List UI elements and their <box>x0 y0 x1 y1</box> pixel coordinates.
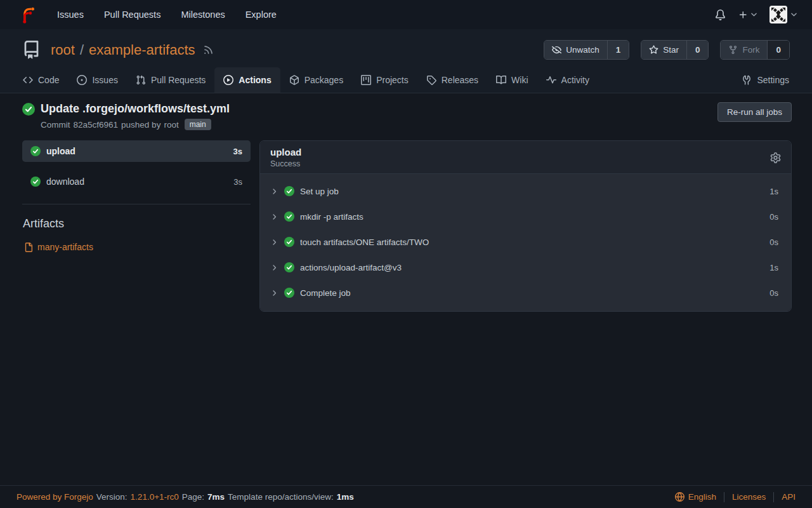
artifact-link-many-artifacts[interactable]: many-artifacts <box>23 242 251 252</box>
repo-owner-link[interactable]: root <box>51 42 75 58</box>
commit-sha-link[interactable]: 82a5cf6961 <box>74 120 119 130</box>
job-panel-header: upload Success <box>260 141 791 174</box>
run-commit-meta: Commit 82a5cf6961 pushed by root main <box>41 119 230 130</box>
tab-code-label: Code <box>38 75 59 85</box>
repo-name-link[interactable]: example-artifacts <box>89 42 195 58</box>
package-icon <box>289 75 299 85</box>
pushed-by-text: pushed by <box>121 120 160 130</box>
language-selector[interactable]: English <box>675 492 716 502</box>
commit-author-link[interactable]: root <box>164 120 178 130</box>
stars-count[interactable]: 0 <box>686 41 709 59</box>
artifact-name: many-artifacts <box>37 242 93 252</box>
tab-releases[interactable]: Releases <box>417 67 487 93</box>
tab-code[interactable]: Code <box>14 67 68 93</box>
step-row-mkdir[interactable]: mkdir -p artifacts 0s <box>260 204 791 229</box>
step-row-upload-artifact-action[interactable]: actions/upload-artifact@v3 1s <box>260 255 791 280</box>
tab-settings-label: Settings <box>757 75 789 85</box>
tab-wiki-label: Wiki <box>511 75 528 85</box>
tab-activity[interactable]: Activity <box>537 67 598 93</box>
tools-icon <box>742 75 752 85</box>
step-duration: 0s <box>769 237 778 247</box>
step-name: touch artifacts/ONE artifacts/TWO <box>300 237 764 247</box>
tab-wiki[interactable]: Wiki <box>487 67 537 93</box>
fork-icon <box>728 45 738 55</box>
step-name: Complete job <box>300 288 764 298</box>
run-title: Update .forgejo/workflows/test.yml <box>41 102 230 116</box>
success-check-icon <box>284 288 294 298</box>
forgejo-logo-icon <box>18 5 37 24</box>
tab-issues[interactable]: Issues <box>68 67 126 93</box>
version-link[interactable]: 1.21.0+1-rc0 <box>131 492 179 502</box>
bell-icon <box>715 10 726 20</box>
repo-header: root / example-artifacts Unwatch 1 Star … <box>0 29 812 93</box>
language-label: English <box>688 492 716 502</box>
fork-button[interactable]: Fork <box>721 41 767 59</box>
step-row-complete-job[interactable]: Complete job 0s <box>260 280 791 305</box>
powered-by-link[interactable]: Powered by Forgejo <box>16 492 93 502</box>
template-time-label: Template repo/actions/view: <box>228 492 334 502</box>
user-menu-dropdown[interactable] <box>769 6 797 23</box>
success-check-icon <box>284 211 294 222</box>
forks-count[interactable]: 0 <box>767 41 789 59</box>
licenses-link[interactable]: Licenses <box>732 492 766 502</box>
job-name: download <box>46 177 228 187</box>
tab-pull-requests[interactable]: Pull Requests <box>127 67 214 93</box>
play-circle-icon <box>223 75 233 85</box>
sidebar-divider <box>22 204 251 204</box>
chevron-right-icon <box>270 264 278 272</box>
jobs-sidebar: upload 3s download 3s Artifacts many-art… <box>22 140 251 312</box>
branch-badge[interactable]: main <box>185 119 211 130</box>
repo-tab-bar: Code Issues Pull Requests Actions Packag… <box>0 67 812 93</box>
project-icon <box>361 75 371 85</box>
tab-releases-label: Releases <box>442 75 478 85</box>
unwatch-label: Unwatch <box>566 45 599 55</box>
job-settings-button[interactable] <box>770 152 781 163</box>
nav-explore[interactable]: Explore <box>235 0 287 29</box>
rss-feed-button[interactable] <box>203 44 214 55</box>
chevron-right-icon <box>270 213 278 221</box>
nav-pull-requests[interactable]: Pull Requests <box>94 0 171 29</box>
tab-projects[interactable]: Projects <box>352 67 417 93</box>
rerun-all-jobs-button[interactable]: Re-run all jobs <box>717 102 792 122</box>
tab-packages-label: Packages <box>304 75 343 85</box>
step-duration: 1s <box>769 263 778 272</box>
success-check-icon <box>30 177 41 187</box>
success-check-icon <box>30 146 41 156</box>
footer-divider <box>773 492 774 502</box>
avatar <box>769 6 787 23</box>
job-row-upload[interactable]: upload 3s <box>22 140 251 162</box>
breadcrumb-separator: / <box>80 42 84 58</box>
chevron-down-icon <box>791 13 797 17</box>
tab-issues-label: Issues <box>92 75 117 85</box>
step-duration: 0s <box>769 288 778 298</box>
tab-packages[interactable]: Packages <box>280 67 352 93</box>
tab-actions[interactable]: Actions <box>214 67 280 93</box>
star-button[interactable]: Star <box>641 41 686 59</box>
notifications-button[interactable] <box>715 10 726 20</box>
nav-milestones[interactable]: Milestones <box>171 0 235 29</box>
watchers-count[interactable]: 1 <box>607 41 629 59</box>
star-icon <box>649 45 658 55</box>
footer-divider <box>724 492 724 502</box>
step-row-set-up-job[interactable]: Set up job 1s <box>260 178 791 204</box>
job-row-download[interactable]: download 3s <box>22 171 251 192</box>
eye-closed-icon <box>552 45 561 55</box>
create-new-dropdown[interactable] <box>738 10 757 20</box>
version-label: Version: <box>96 492 128 502</box>
template-time-value: 1ms <box>337 492 354 502</box>
tab-settings[interactable]: Settings <box>733 67 798 93</box>
chevron-right-icon <box>270 238 278 246</box>
unwatch-button[interactable]: Unwatch <box>544 41 607 59</box>
step-name: mkdir -p artifacts <box>300 212 764 222</box>
top-navbar: Issues Pull Requests Milestones Explore <box>0 0 812 29</box>
panel-job-name: upload <box>270 147 301 157</box>
step-row-touch-artifacts[interactable]: touch artifacts/ONE artifacts/TWO 0s <box>260 229 791 255</box>
git-pull-request-icon <box>136 75 146 85</box>
fork-button-group: Fork 0 <box>720 40 790 60</box>
tab-activity-label: Activity <box>561 75 589 85</box>
nav-issues[interactable]: Issues <box>47 0 94 29</box>
forgejo-logo[interactable] <box>18 5 37 24</box>
api-link[interactable]: API <box>782 492 796 502</box>
step-duration: 1s <box>769 187 778 196</box>
page-time-label: Page: <box>182 492 204 502</box>
